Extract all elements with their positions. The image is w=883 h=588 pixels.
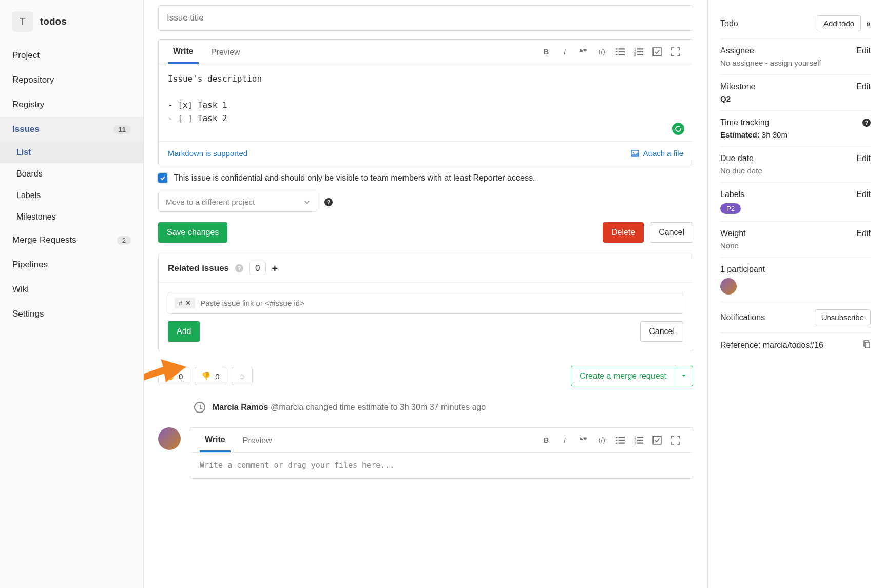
label-chip[interactable]: P2 <box>720 203 741 214</box>
help-icon[interactable]: ? <box>235 264 243 272</box>
task-list-icon[interactable] <box>652 436 662 445</box>
related-issue-input[interactable] <box>200 299 677 307</box>
close-icon[interactable]: ✕ <box>185 299 191 307</box>
help-icon[interactable]: ? <box>862 119 871 127</box>
svg-rect-7 <box>637 48 643 49</box>
issues-count-badge: 11 <box>113 125 131 134</box>
add-related-button[interactable]: Add <box>168 321 200 342</box>
confidential-label: This issue is confidential and should on… <box>174 173 535 183</box>
cancel-related-button[interactable]: Cancel <box>640 321 683 342</box>
milestone-label: Milestone <box>720 82 755 91</box>
edit-labels-link[interactable]: Edit <box>856 190 871 199</box>
cancel-button[interactable]: Cancel <box>650 222 693 243</box>
activity-text: changed time estimate to 3h 30m <box>306 403 428 411</box>
related-issue-input-wrap: # ✕ <box>168 292 683 314</box>
issue-title-input[interactable] <box>158 5 693 31</box>
nav-issues[interactable]: Issues 11 <box>0 117 143 142</box>
copy-reference-icon[interactable] <box>862 340 871 350</box>
related-issue-tag[interactable]: # ✕ <box>175 298 195 308</box>
create-mr-dropdown[interactable] <box>675 366 693 386</box>
reference-label: Reference: <box>720 341 760 349</box>
nav-settings[interactable]: Settings <box>0 302 143 326</box>
fullscreen-icon[interactable] <box>671 436 680 445</box>
delete-button[interactable]: Delete <box>603 222 644 243</box>
tab-preview[interactable]: Preview <box>206 41 245 63</box>
nav-issues-list[interactable]: List <box>0 142 143 163</box>
move-project-select[interactable]: Move to a different project <box>158 192 317 212</box>
nav-merge-requests[interactable]: Merge Requests 2 <box>0 228 143 252</box>
save-button[interactable]: Save changes <box>158 222 227 243</box>
milestone-value: Q2 <box>720 94 871 103</box>
nav-project[interactable]: Project <box>0 43 143 68</box>
markdown-supported-link[interactable]: Markdown is supported <box>168 149 247 158</box>
nav-issues-labels[interactable]: Labels <box>0 185 143 206</box>
project-name: todos <box>40 16 67 27</box>
nav-pipelines[interactable]: Pipelines <box>0 252 143 277</box>
nav-wiki[interactable]: Wiki <box>0 277 143 302</box>
add-reaction-button[interactable]: ☺ <box>232 367 253 385</box>
nav-issues-boards[interactable]: Boards <box>0 163 143 185</box>
related-issues-heading: Related issues <box>168 263 229 273</box>
participant-avatar[interactable] <box>720 278 737 295</box>
bold-icon[interactable]: B <box>542 436 551 445</box>
confidential-checkbox[interactable] <box>158 173 167 183</box>
bullet-list-icon[interactable] <box>616 47 625 56</box>
nav-registry[interactable]: Registry <box>0 92 143 117</box>
italic-icon[interactable]: I <box>560 47 569 56</box>
due-date-value: No due date <box>720 166 871 175</box>
related-tag-text: # <box>179 299 182 307</box>
unsubscribe-button[interactable]: Unsubscribe <box>815 309 871 325</box>
thumbs-up-icon: 👍 <box>165 371 175 381</box>
attach-file-button[interactable]: Attach a file <box>631 149 683 158</box>
task-list-icon[interactable] <box>652 47 662 56</box>
svg-rect-22 <box>637 437 643 438</box>
quote-icon[interactable]: ❝❞ <box>579 436 588 445</box>
comment-textarea[interactable]: Write a comment or drag your files here.… <box>190 453 693 478</box>
code-icon[interactable]: ⟨/⟩ <box>597 436 606 445</box>
activity-time: 37 minutes ago <box>430 403 486 411</box>
editor-line <box>168 86 683 99</box>
svg-rect-20 <box>619 442 625 443</box>
tab-write[interactable]: Write <box>168 40 199 64</box>
image-icon <box>631 149 639 158</box>
fullscreen-icon[interactable] <box>671 47 680 56</box>
thumbs-down-button[interactable]: 👎0 <box>195 367 226 385</box>
thumbs-up-button[interactable]: 👍0 <box>158 367 189 385</box>
edit-due-date-link[interactable]: Edit <box>856 154 871 163</box>
activity-author: Marcia Ramos <box>213 403 268 411</box>
create-merge-request-button[interactable]: Create a merge request <box>571 366 675 386</box>
edit-weight-link[interactable]: Edit <box>856 229 871 238</box>
main-content: Write Preview B I ❝❞ ⟨/⟩ 123 Issue's des… <box>144 0 707 588</box>
nav-repository[interactable]: Repository <box>0 68 143 92</box>
comment-tab-preview[interactable]: Preview <box>238 429 277 452</box>
edit-milestone-link[interactable]: Edit <box>856 82 871 91</box>
editor-line: Issue's description <box>168 72 683 86</box>
grammarly-icon[interactable] <box>672 123 684 135</box>
bullet-list-icon[interactable] <box>616 436 625 445</box>
add-related-icon[interactable]: + <box>272 263 278 275</box>
notifications-label: Notifications <box>720 313 765 322</box>
numbered-list-icon[interactable]: 123 <box>634 436 643 445</box>
assign-yourself-link[interactable]: assign yourself <box>770 58 821 67</box>
add-todo-button[interactable]: Add todo <box>817 15 861 31</box>
svg-text:3: 3 <box>634 52 636 56</box>
current-user-avatar <box>158 427 181 450</box>
numbered-list-icon[interactable]: 123 <box>634 47 643 56</box>
svg-rect-24 <box>637 439 643 440</box>
labels-label: Labels <box>720 190 744 199</box>
svg-rect-2 <box>616 51 617 52</box>
svg-rect-9 <box>637 51 643 52</box>
code-icon[interactable]: ⟨/⟩ <box>597 47 606 56</box>
nav-issues-milestones[interactable]: Milestones <box>0 206 143 228</box>
thumbs-down-count: 0 <box>215 372 219 381</box>
svg-rect-26 <box>637 442 643 443</box>
description-textarea[interactable]: Issue's description - [x] Task 1 - [ ] T… <box>159 64 693 141</box>
italic-icon[interactable]: I <box>560 436 569 445</box>
quote-icon[interactable]: ❝❞ <box>579 47 588 56</box>
comment-tab-write[interactable]: Write <box>200 428 231 452</box>
edit-assignee-link[interactable]: Edit <box>856 46 871 55</box>
collapse-sidebar-icon[interactable]: » <box>866 19 871 28</box>
assignee-value: No assignee - <box>720 58 768 67</box>
bold-icon[interactable]: B <box>542 47 551 56</box>
help-icon[interactable]: ? <box>324 198 333 206</box>
